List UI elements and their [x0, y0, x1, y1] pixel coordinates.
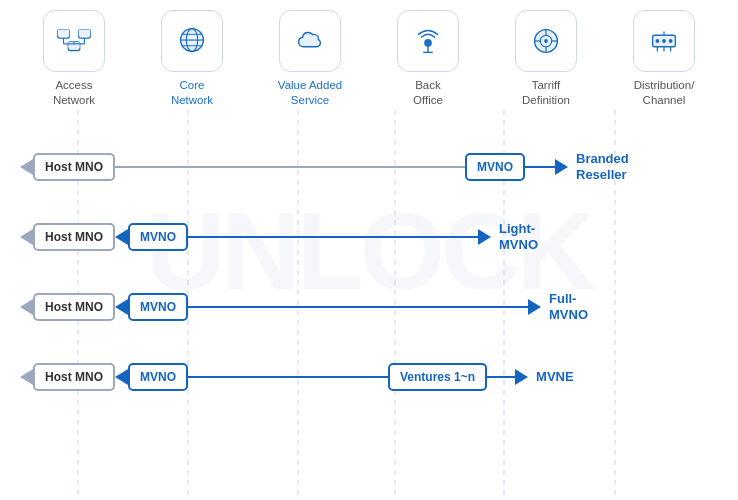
icon-box-back-office [397, 10, 459, 72]
diagram: UNLOCK Acces [0, 0, 738, 500]
icon-access-network: AccessNetwork [24, 10, 124, 108]
row-full-mvno: Host MNO MVNO Full-MVNO [20, 288, 728, 326]
icon-box-core-network [161, 10, 223, 72]
svg-point-28 [662, 39, 666, 43]
blue-tail-light-mvno [115, 229, 128, 245]
icon-box-distribution-channel [633, 10, 695, 72]
mvno-label-full-mvno: MVNO [128, 293, 188, 321]
row-label-mvne: MVNE [536, 369, 574, 385]
mvno-label-light-mvno: MVNO [128, 223, 188, 251]
svg-point-27 [655, 39, 659, 43]
arrow-tail-full-mvno [20, 299, 33, 315]
host-mno-label-full-mvno: Host MNO [33, 293, 115, 321]
mvno-label-branded-reseller: MVNO [465, 153, 525, 181]
ventures-label-mvne: Ventures 1~n [388, 363, 487, 391]
icon-box-tariff-definition [515, 10, 577, 72]
blue-line-light-mvno [188, 236, 478, 239]
arrow-tail-mvne [20, 369, 33, 385]
label-distribution-channel: Distribution/Channel [634, 78, 695, 108]
icon-tariff-definition: TarriffDefinition [496, 10, 596, 108]
arrowhead-light-mvno [478, 229, 491, 245]
mvno-label-mvne: MVNO [128, 363, 188, 391]
row-light-mvno: Host MNO MVNO Light-MVNO [20, 218, 728, 256]
host-mno-label-light-mvno: Host MNO [33, 223, 115, 251]
label-access-network: AccessNetwork [53, 78, 95, 108]
icon-core-network: CoreNetwork [142, 10, 242, 108]
svg-point-29 [669, 39, 673, 43]
host-mno-label-mvne: Host MNO [33, 363, 115, 391]
icon-value-added-service: Value AddedService [260, 10, 360, 108]
arrow-tail-light-mvno [20, 229, 33, 245]
blue-line2-mvne [487, 376, 515, 379]
blue-line-mvne [188, 376, 388, 379]
gray-line-branded-reseller [115, 166, 465, 169]
row-label-light-mvno: Light-MVNO [499, 221, 538, 254]
row-label-full-mvno: Full-MVNO [549, 291, 588, 324]
arrowhead-branded-reseller [555, 159, 568, 175]
blue-line-full-mvno [188, 306, 528, 309]
label-core-network: CoreNetwork [171, 78, 213, 108]
blue-tail-full-mvno [115, 299, 128, 315]
icons-row: AccessNetwork CoreNetwork [0, 10, 738, 108]
svg-point-21 [544, 39, 548, 43]
svg-rect-1 [58, 30, 69, 37]
label-value-added-service: Value AddedService [278, 78, 342, 108]
row-mvne: Host MNO MVNO Ventures 1~n MVNE [20, 358, 728, 396]
label-back-office: BackOffice [413, 78, 443, 108]
host-mno-label-branded-reseller: Host MNO [33, 153, 115, 181]
icon-back-office: BackOffice [378, 10, 478, 108]
icon-distribution-channel: Distribution/Channel [614, 10, 714, 108]
row-branded-reseller: Host MNO MVNO BrandedReseller [20, 148, 728, 186]
arrowhead-full-mvno [528, 299, 541, 315]
svg-rect-3 [79, 30, 90, 37]
arrow-tail-branded-reseller [20, 159, 33, 175]
icon-box-access-network [43, 10, 105, 72]
blue-line-branded-reseller [525, 166, 555, 169]
blue-tail-mvne [115, 369, 128, 385]
row-label-branded-reseller: BrandedReseller [576, 151, 629, 184]
label-tariff-definition: TarriffDefinition [522, 78, 570, 108]
arrowhead-mvne [515, 369, 528, 385]
icon-box-value-added-service [279, 10, 341, 72]
